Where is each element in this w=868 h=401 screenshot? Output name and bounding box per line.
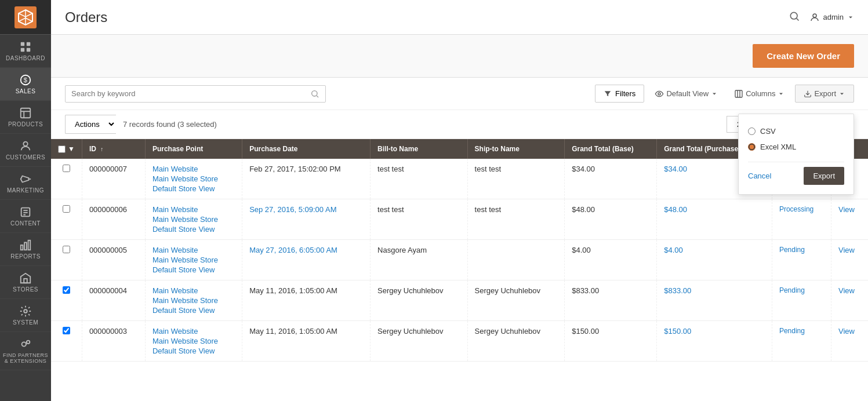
store-link[interactable]: Default Store View (152, 225, 235, 234)
col-ship-to[interactable]: Ship-to Name (467, 139, 565, 159)
svg-rect-2 (27, 42, 30, 46)
row-checkbox[interactable] (63, 286, 70, 294)
table-row: 000000003Main WebsiteMain Website StoreD… (51, 321, 868, 362)
sidebar-item-reports[interactable]: REPORTS (0, 233, 51, 266)
sidebar-item-content[interactable]: CONTENT (0, 200, 51, 233)
svg-rect-17 (24, 242, 27, 250)
col-purchase-date[interactable]: Purchase Date (242, 139, 371, 159)
sidebar-item-sales[interactable]: $ SALES (0, 68, 51, 101)
select-all-checkbox[interactable] (58, 145, 66, 153)
row-action[interactable]: View (831, 199, 868, 240)
view-link[interactable]: View (838, 205, 855, 214)
svg-rect-7 (21, 108, 31, 118)
filters-button[interactable]: Filters (595, 85, 644, 103)
top-header: Orders admin (51, 0, 868, 35)
sidebar-label-stores: STORES (13, 286, 38, 293)
view-link[interactable]: View (838, 246, 855, 254)
row-checkbox[interactable] (63, 327, 70, 334)
col-id[interactable]: ID ↑ (82, 139, 145, 159)
sidebar-item-dashboard[interactable]: DASHBOARD (0, 35, 51, 68)
export-cancel-button[interactable]: Cancel (748, 172, 771, 180)
store-link[interactable]: Main Website (152, 286, 235, 295)
svg-text:$: $ (24, 76, 28, 83)
store-link[interactable]: Main Website (152, 205, 235, 214)
row-purchase-date: Sep 27, 2016, 5:09:00 AM (242, 199, 371, 240)
sidebar-item-customers[interactable]: CUSTOMERS (0, 134, 51, 167)
col-purchase-point[interactable]: Purchase Point (145, 139, 242, 159)
default-view-button[interactable]: Default View (649, 85, 724, 103)
sidebar-item-partners[interactable]: FIND PARTNERS & EXTENSIONS (0, 332, 51, 370)
export-confirm-button[interactable]: Export (804, 167, 844, 185)
row-action[interactable]: View (831, 240, 868, 280)
logo[interactable] (0, 0, 51, 35)
row-checkbox-cell[interactable] (51, 199, 82, 240)
svg-point-20 (24, 309, 27, 313)
row-checkbox[interactable] (63, 205, 70, 213)
row-purchase-point: Main WebsiteMain Website StoreDefault St… (145, 321, 242, 362)
store-link[interactable]: Default Store View (152, 306, 235, 315)
store-link[interactable]: Main Website Store (152, 337, 235, 345)
store-link[interactable]: Main Website Store (152, 174, 235, 183)
col-bill-to[interactable]: Bill-to Name (371, 139, 468, 159)
row-checkbox[interactable] (63, 246, 70, 253)
sidebar-item-system[interactable]: SYSTEM (0, 299, 51, 332)
actions-dropdown[interactable]: Actions (65, 115, 116, 134)
row-checkbox-cell[interactable] (51, 240, 82, 280)
export-csv-option[interactable]: CSV (748, 123, 844, 139)
csv-label[interactable]: CSV (760, 127, 776, 136)
row-action[interactable]: View (831, 321, 868, 362)
search-input[interactable] (71, 89, 310, 98)
store-link[interactable]: Default Store View (152, 265, 235, 274)
columns-button[interactable]: Columns (728, 85, 790, 103)
store-link[interactable]: Main Website Store (152, 296, 235, 305)
global-search-icon[interactable] (789, 10, 800, 24)
page-title: Orders (65, 9, 107, 25)
excel-xml-label[interactable]: Excel XML (760, 143, 796, 151)
row-checkbox-cell[interactable] (51, 159, 82, 199)
sidebar-label-products: PRODUCTS (8, 121, 43, 127)
select-all-arrow[interactable]: ▼ (68, 145, 75, 153)
export-label: Export (814, 89, 836, 98)
svg-point-10 (23, 142, 27, 146)
svg-rect-3 (21, 48, 24, 52)
excel-radio[interactable] (748, 143, 756, 151)
svg-point-22 (27, 341, 30, 344)
row-id: 000000003 (82, 321, 145, 362)
view-link[interactable]: View (838, 286, 855, 295)
svg-point-24 (790, 12, 797, 19)
export-button[interactable]: Export (795, 85, 854, 103)
row-purchase-point: Main WebsiteMain Website StoreDefault St… (145, 159, 242, 199)
row-action[interactable]: View (831, 280, 868, 321)
actions-select[interactable]: Actions (65, 115, 116, 134)
store-link[interactable]: Main Website Store (152, 256, 235, 264)
store-link[interactable]: Main Website Store (152, 215, 235, 224)
row-grand-total-base: $833.00 (565, 280, 657, 321)
export-excel-option[interactable]: Excel XML (748, 139, 844, 155)
sidebar-item-marketing[interactable]: MARKETING (0, 167, 51, 200)
row-grand-total-base: $150.00 (565, 321, 657, 362)
col-grand-total-base[interactable]: Grand Total (Base) (565, 139, 657, 159)
view-link[interactable]: View (838, 327, 855, 336)
sidebar-label-customers: CUSTOMERS (6, 154, 45, 161)
row-ship-to: Sergey Uchuhlebov (467, 280, 565, 321)
row-checkbox-cell[interactable] (51, 321, 82, 362)
sidebar: DASHBOARD $ SALES PRODUCTS CUSTOMERS MAR… (0, 0, 51, 401)
row-purchase-point: Main WebsiteMain Website StoreDefault St… (145, 240, 242, 280)
create-new-order-button[interactable]: Create New Order (753, 44, 854, 68)
admin-user-menu[interactable]: admin (809, 12, 854, 23)
sidebar-label-system: SYSTEM (13, 319, 38, 326)
store-link[interactable]: Main Website (152, 165, 235, 173)
store-link[interactable]: Default Store View (152, 347, 235, 355)
store-link[interactable]: Main Website (152, 327, 235, 336)
csv-radio[interactable] (748, 127, 756, 135)
row-purchase-point: Main WebsiteMain Website StoreDefault St… (145, 199, 242, 240)
sidebar-item-stores[interactable]: STORES (0, 266, 51, 299)
search-bar[interactable] (65, 85, 326, 103)
row-ship-to: test test (467, 159, 565, 199)
sidebar-label-dashboard: DASHBOARD (6, 55, 45, 61)
store-link[interactable]: Default Store View (152, 184, 235, 193)
store-link[interactable]: Main Website (152, 246, 235, 254)
sidebar-item-products[interactable]: PRODUCTS (0, 101, 51, 134)
row-checkbox-cell[interactable] (51, 280, 82, 321)
row-checkbox[interactable] (63, 165, 70, 172)
